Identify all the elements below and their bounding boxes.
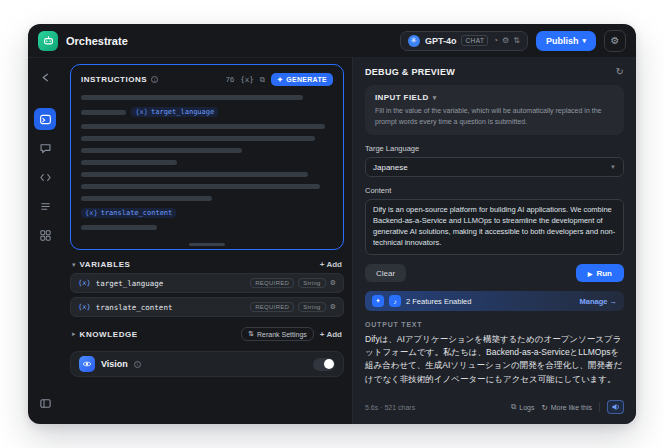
instructions-title: INSTRUCTIONS (81, 75, 147, 84)
variable-icon: {x} (85, 209, 98, 217)
feature-icon-2: ♪ (389, 295, 401, 307)
required-badge: REQUIRED (250, 302, 294, 312)
prompt-text-line (81, 196, 212, 201)
robot-icon (42, 34, 55, 47)
prompt-text-line (81, 136, 315, 141)
run-button[interactable]: ▶ Run (576, 264, 624, 282)
sidebar (28, 58, 62, 424)
collapse-panel-button[interactable] (34, 392, 56, 414)
sidebar-item-back[interactable] (34, 66, 56, 88)
variable-settings-icon[interactable]: ⚙ (330, 303, 336, 311)
prompt-text-line (81, 172, 308, 177)
variable-icon: {x} (135, 108, 148, 116)
model-provider-icon: ✳ (408, 35, 420, 47)
params-icon[interactable]: ◔ (493, 36, 498, 45)
sidebar-item-orchestrate[interactable] (34, 108, 56, 130)
chevron-down-icon: ▼ (610, 164, 616, 170)
terminal-icon (39, 113, 52, 126)
variable-icon: {x} (78, 303, 91, 311)
language-select[interactable]: Japanese ▼ (365, 157, 624, 177)
generate-button[interactable]: ✦ GENERATE (271, 73, 333, 86)
type-badge[interactable]: String (298, 302, 325, 312)
add-knowledge-button[interactable]: + Add (320, 330, 342, 339)
required-badge: REQUIRED (250, 278, 294, 288)
token-count: 76 (226, 75, 234, 84)
vision-toggle[interactable] (313, 358, 335, 371)
instructions-card: INSTRUCTIONS 76 {x} ⧉ ✦ GENERATE (70, 64, 344, 250)
prompt-text-line (81, 184, 320, 189)
prompt-variable-chip[interactable]: {x} target_language (131, 107, 218, 117)
clear-button[interactable]: Clear (365, 264, 406, 282)
gear-icon: ⚙ (611, 35, 620, 46)
refresh-icon[interactable]: ↻ (616, 66, 624, 77)
variable-settings-icon[interactable]: ⚙ (330, 279, 336, 287)
chevron-down-icon[interactable]: ▾ (72, 261, 76, 269)
swap-model-icon[interactable]: ⇅ (513, 36, 520, 45)
content-field-label: Content (365, 186, 624, 195)
publish-button[interactable]: Publish ▾ (536, 31, 596, 51)
features-enabled-text: 2 Features Enabled (406, 297, 471, 306)
code-icon (39, 171, 52, 184)
app-logo (38, 31, 58, 51)
output-section: OUTPUT TEXT Difyは、AIアプリケーションを構築するためのオープン… (365, 321, 624, 414)
sparkle-icon: ✦ (277, 76, 283, 84)
prompt-editor[interactable]: {x} target_language {x} translate (81, 95, 333, 239)
page-title: Orchestrate (66, 35, 128, 47)
app-window: Orchestrate ✳ GPT-4o CHAT ◔ ⚙ ⇅ Publish … (28, 24, 636, 424)
arrow-right-icon: → (610, 297, 618, 306)
list-icon (39, 200, 52, 213)
sidebar-item-api[interactable] (34, 166, 56, 188)
chevron-down-icon: ▾ (582, 37, 586, 45)
prompt-text-line (81, 124, 325, 129)
play-icon: ▶ (588, 270, 593, 277)
resize-handle[interactable] (189, 243, 225, 246)
model-selector[interactable]: ✳ GPT-4o CHAT ◔ ⚙ ⇅ (400, 31, 528, 51)
sidebar-item-tools[interactable] (34, 224, 56, 246)
speaker-icon (611, 402, 621, 412)
logs-button[interactable]: ⧉ Logs (511, 402, 535, 412)
model-name: GPT-4o (425, 36, 457, 46)
grid-icon (39, 229, 52, 242)
chevron-down-icon: ▾ (433, 94, 437, 102)
prompt-text-line (81, 110, 126, 115)
prompt-variable-chip[interactable]: {x} translate_content (81, 208, 176, 218)
variable-icon: {x} (78, 279, 91, 287)
input-field-card: INPUT FIELD ▾ Fill in the value of the v… (365, 85, 624, 135)
sidebar-item-logs[interactable] (34, 195, 56, 217)
knowledge-section-header: ▸ KNOWLEDGE ⇅ Rerank Settings + Add (70, 327, 344, 341)
prompt-text-line (81, 95, 303, 100)
insert-variable-icon[interactable]: {x} (240, 75, 254, 84)
input-field-header[interactable]: INPUT FIELD ▾ (375, 93, 614, 102)
info-icon (151, 76, 158, 83)
app-header: Orchestrate ✳ GPT-4o CHAT ◔ ⚙ ⇅ Publish … (28, 24, 636, 58)
language-field-label: Targe Language (365, 144, 624, 153)
debug-title: DEBUG & PREVIEW (365, 67, 455, 77)
manage-features-link[interactable]: Manage → (580, 297, 617, 306)
sidebar-item-preview[interactable] (34, 137, 56, 159)
debug-preview-panel: DEBUG & PREVIEW ↻ INPUT FIELD ▾ Fill in … (352, 58, 636, 424)
content-textarea[interactable]: Dify is an open-source platform for buil… (365, 199, 624, 255)
layout-icon (39, 397, 52, 410)
text-to-speech-button[interactable] (607, 400, 624, 414)
chat-bubble-icon (39, 142, 52, 155)
chevron-left-icon (39, 71, 52, 84)
settings-icon[interactable]: ⚙ (502, 36, 509, 45)
copy-icon[interactable]: ⧉ (260, 75, 265, 85)
app-settings-button[interactable]: ⚙ (604, 30, 626, 52)
vision-feature-row: Vision (70, 351, 344, 377)
features-bar: ✦ ♪ 2 Features Enabled Manage → (365, 291, 624, 311)
type-badge[interactable]: String (298, 278, 325, 288)
prompt-text-line (81, 225, 157, 230)
add-variable-button[interactable]: + Add (320, 260, 342, 269)
more-like-this-button[interactable]: ↻ More like this (541, 403, 592, 412)
logs-icon: ⧉ (511, 402, 516, 412)
variables-section-header: ▾ VARIABLES + Add (70, 260, 344, 269)
chat-mode-badge: CHAT (461, 35, 488, 46)
rerank-settings-button[interactable]: ⇅ Rerank Settings (241, 327, 314, 341)
variable-row[interactable]: {x} translate_content REQUIRED String ⚙ (70, 297, 344, 317)
info-icon (134, 361, 141, 368)
eye-icon (79, 356, 95, 372)
chevron-right-icon[interactable]: ▸ (72, 330, 76, 338)
variable-row[interactable]: {x} target_language REQUIRED String ⚙ (70, 273, 344, 293)
feature-icon-1: ✦ (372, 295, 384, 307)
